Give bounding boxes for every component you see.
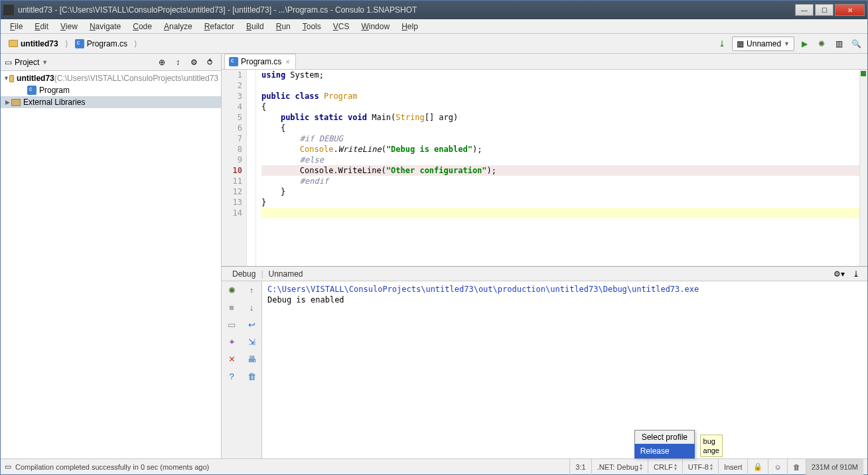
console-path: C:\Users\VISTALL\ConsuloProjects\untitle… — [267, 284, 862, 295]
project-icon: ▭ — [5, 58, 12, 67]
breadcrumb-separator-icon: ⟩ — [133, 39, 139, 48]
run-config-label: Unnamed — [747, 39, 781, 48]
trash-status-icon[interactable]: 🗑 — [787, 459, 806, 475]
folder-icon — [9, 40, 18, 47]
statusbar: ▭ Compilation completed successfully in … — [1, 458, 867, 474]
line-separator[interactable]: CRLF▴▾ — [648, 459, 682, 475]
editor-tabs: Program.cs × — [222, 54, 867, 70]
run-configuration-selector[interactable]: ▦ Unnamed ▼ — [732, 36, 794, 51]
rerun-debug-icon[interactable]: ✺ — [226, 284, 238, 296]
run-button[interactable]: ▶ — [797, 36, 812, 51]
tree-row[interactable]: Program — [1, 84, 221, 96]
settings-gear-icon[interactable]: ⚙ — [186, 55, 201, 70]
code-content[interactable]: using System;public class Program{ publi… — [256, 70, 859, 266]
app-icon — [3, 5, 14, 15]
folder-icon — [9, 75, 14, 82]
menu-refactor[interactable]: Refactor — [199, 21, 240, 33]
caret-position[interactable]: 3:1 — [569, 459, 591, 475]
menu-view[interactable]: View — [55, 21, 83, 33]
profile-tooltip: bugange — [700, 435, 723, 457]
status-indicator-icon — [861, 71, 866, 76]
scroll-icon[interactable]: ⇲ — [246, 336, 257, 348]
pin-icon[interactable]: ✦ — [226, 336, 238, 348]
close-button[interactable]: ✕ — [835, 4, 865, 16]
debug-tab[interactable]: Debug — [227, 268, 261, 280]
debug-tool-window: Debug | Unnamed ⚙▾ ⤓ ✺ ■ ▭ ✦ — [222, 266, 867, 458]
project-tree[interactable]: ▼untitled73 (C:\Users\VISTALL\ConsuloPro… — [1, 71, 221, 458]
unnamed-tab[interactable]: Unnamed — [263, 268, 309, 280]
status-icon: ▭ — [5, 462, 11, 471]
print-icon[interactable]: 🖶 — [246, 353, 257, 365]
stop-icon[interactable]: ■ — [226, 301, 238, 313]
menu-help[interactable]: Help — [396, 21, 423, 33]
close-session-icon[interactable]: ✕ — [226, 353, 238, 365]
wrap-icon[interactable]: ↩ — [246, 318, 257, 330]
profile-popup: Select profile Release — [634, 430, 695, 458]
lock-icon[interactable]: 🔒 — [747, 459, 768, 475]
lib-icon — [11, 99, 21, 106]
menu-analyze[interactable]: Analyze — [159, 21, 198, 33]
memory-indicator[interactable]: 231M of 910M — [806, 459, 863, 475]
trash-icon[interactable]: 🗑 — [246, 370, 257, 382]
cs-icon — [27, 86, 36, 95]
project-tool-window: ▭ Project ▼ ⊕ ↕ ⚙ ⥀ ▼untitled73 (C:\User… — [1, 54, 222, 458]
navigation-bar: untitled73⟩Program.cs⟩ ⤓ ▦ Unnamed ▼ ▶ ✺… — [1, 34, 867, 54]
step-down-icon[interactable]: ↓ — [246, 301, 257, 313]
help-icon[interactable]: ? — [226, 370, 238, 382]
tree-arrow-icon[interactable]: ▼ — [3, 75, 9, 82]
profile-option-release[interactable]: Release — [634, 444, 695, 458]
debug-settings-gear-icon[interactable]: ⚙▾ — [832, 267, 846, 281]
breadcrumb: untitled73⟩Program.cs⟩ — [5, 38, 715, 50]
debug-button[interactable]: ✺ — [814, 36, 829, 51]
menu-code[interactable]: Code — [127, 21, 157, 33]
tree-arrow-icon[interactable]: ▶ — [3, 99, 11, 105]
menu-window[interactable]: Window — [356, 21, 395, 33]
menu-edit[interactable]: Edit — [29, 21, 54, 33]
cs-icon — [75, 39, 84, 48]
close-tab-icon[interactable]: × — [284, 58, 291, 66]
collapse-all-button[interactable]: ↕ — [171, 55, 185, 70]
tree-row[interactable]: ▶External Libraries — [1, 96, 221, 108]
debug-hide-button[interactable]: ⤓ — [849, 267, 863, 281]
menubar: FileEditViewNavigateCodeAnalyzeRefactorB… — [1, 19, 867, 34]
tree-row[interactable]: ▼untitled73 (C:\Users\VISTALL\ConsuloPro… — [1, 72, 221, 84]
maximize-button[interactable]: ☐ — [815, 4, 833, 16]
editor-tab-program[interactable]: Program.cs × — [224, 54, 296, 69]
project-title: Project — [15, 58, 39, 67]
chevron-down-icon: ▼ — [784, 40, 790, 47]
menu-build[interactable]: Build — [241, 21, 269, 33]
layout-button[interactable]: ▥ — [832, 36, 846, 51]
step-up-icon[interactable]: ↑ — [246, 284, 257, 296]
code-editor[interactable]: 1234567891011121314 using System;public … — [222, 70, 867, 266]
menu-file[interactable]: File — [5, 21, 28, 33]
search-button[interactable]: 🔍 — [849, 36, 863, 51]
notifications-icon[interactable]: ☺ — [768, 459, 786, 475]
tab-label: Program.cs — [241, 57, 281, 66]
fold-gutter[interactable] — [247, 70, 256, 266]
console-output: Debug is enabled — [267, 295, 862, 305]
csharp-file-icon — [229, 57, 238, 66]
insert-mode[interactable]: Insert — [718, 459, 748, 475]
encoding[interactable]: UTF-8▴▾ — [682, 459, 718, 475]
menu-navigate[interactable]: Navigate — [84, 21, 126, 33]
status-message: Compilation completed successfully in 0 … — [15, 463, 209, 471]
menu-tools[interactable]: Tools — [297, 21, 326, 33]
menu-run[interactable]: Run — [271, 21, 296, 33]
minimize-button[interactable]: — — [795, 4, 814, 16]
run-config-icon: ▦ — [737, 39, 744, 48]
scroll-to-source-button[interactable]: ⊕ — [155, 55, 169, 70]
breadcrumb-item[interactable]: untitled73 — [5, 38, 62, 50]
titlebar[interactable]: untitled73 - [C:\Users\VISTALL\ConsuloPr… — [1, 1, 867, 19]
hide-button[interactable]: ⥀ — [202, 55, 217, 70]
profile-selector[interactable]: .NET: Debug▴▾ — [591, 459, 648, 475]
debug-console[interactable]: C:\Users\VISTALL\ConsuloProjects\untitle… — [262, 281, 867, 458]
build-button[interactable]: ⤓ — [715, 36, 729, 51]
frames-icon[interactable]: ▭ — [226, 318, 238, 330]
breadcrumb-item[interactable]: Program.cs — [71, 38, 131, 50]
error-stripe[interactable] — [859, 70, 867, 266]
menu-vcs[interactable]: VCS — [328, 21, 355, 33]
line-number-gutter[interactable]: 1234567891011121314 — [222, 70, 247, 266]
window-title: untitled73 - [C:\Users\VISTALL\ConsuloPr… — [18, 5, 795, 15]
popup-title: Select profile — [634, 430, 695, 444]
chevron-down-icon[interactable]: ▼ — [42, 59, 48, 66]
